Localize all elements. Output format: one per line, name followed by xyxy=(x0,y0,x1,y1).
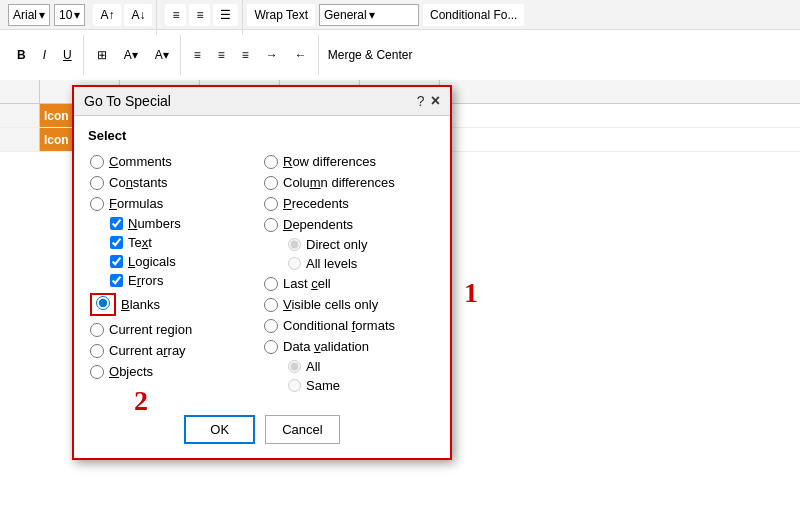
direct-only-label: Direct only xyxy=(306,237,367,252)
cancel-button[interactable]: Cancel xyxy=(265,415,339,444)
row-differences-label: Row differences xyxy=(283,154,376,169)
option-logicals[interactable]: Logicals xyxy=(88,252,262,271)
go-to-special-dialog: 1 Go To Special ? × Select Comments xyxy=(72,85,452,460)
option-precedents[interactable]: Precedents xyxy=(262,193,436,214)
option-same-validation[interactable]: Same xyxy=(262,376,436,395)
conditional-formats-label: Conditional formats xyxy=(283,318,395,333)
right-options-col: Row differences Column differences Prece… xyxy=(262,151,436,395)
same-validation-label: Same xyxy=(306,378,340,393)
option-column-differences[interactable]: Column differences xyxy=(262,172,436,193)
option-dependents[interactable]: Dependents xyxy=(262,214,436,235)
objects-label: Objects xyxy=(109,364,153,379)
option-all-levels[interactable]: All levels xyxy=(262,254,436,273)
ok-button[interactable]: OK xyxy=(184,415,255,444)
text-label: Text xyxy=(128,235,152,250)
formulas-label: Formulas xyxy=(109,196,163,211)
dialog-footer: 2 OK Cancel xyxy=(74,407,450,458)
dialog-help-icon[interactable]: ? xyxy=(417,93,425,109)
current-region-label: Current region xyxy=(109,322,192,337)
numbers-label: Numbers xyxy=(128,216,181,231)
all-levels-label: All levels xyxy=(306,256,357,271)
option-numbers[interactable]: Numbers xyxy=(88,214,262,233)
option-all-validation[interactable]: All xyxy=(262,357,436,376)
option-text[interactable]: Text xyxy=(88,233,262,252)
data-validation-label: Data validation xyxy=(283,339,369,354)
dialog-close-button[interactable]: × xyxy=(431,93,440,109)
option-comments[interactable]: Comments xyxy=(88,151,262,172)
precedents-label: Precedents xyxy=(283,196,349,211)
select-label: Select xyxy=(88,128,436,143)
constants-label: Constants xyxy=(109,175,168,190)
option-current-array[interactable]: Current array xyxy=(88,340,262,361)
column-differences-label: Column differences xyxy=(283,175,395,190)
blanks-box xyxy=(90,293,116,316)
all-validation-label: All xyxy=(306,359,320,374)
comments-label: Comments xyxy=(109,154,172,169)
option-visible-cells[interactable]: Visible cells only xyxy=(262,294,436,315)
step-badge-2: 2 xyxy=(134,385,148,417)
dialog-body: Select Comments Constants Formulas xyxy=(74,116,450,407)
dialog-title: Go To Special xyxy=(84,93,171,109)
option-conditional-formats[interactable]: Conditional formats xyxy=(262,315,436,336)
visible-cells-label: Visible cells only xyxy=(283,297,378,312)
dialog-titlebar: Go To Special ? × xyxy=(74,87,450,116)
option-data-validation[interactable]: Data validation xyxy=(262,336,436,357)
option-constants[interactable]: Constants xyxy=(88,172,262,193)
dependents-label: Dependents xyxy=(283,217,353,232)
logicals-label: Logicals xyxy=(128,254,176,269)
blanks-label: Blanks xyxy=(121,297,160,312)
option-row-differences[interactable]: Row differences xyxy=(262,151,436,172)
option-direct-only[interactable]: Direct only xyxy=(262,235,436,254)
option-current-region[interactable]: Current region xyxy=(88,319,262,340)
step-badge-1: 1 xyxy=(464,277,478,309)
left-options-col: Comments Constants Formulas Numbers xyxy=(88,151,262,395)
option-last-cell[interactable]: Last cell xyxy=(262,273,436,294)
errors-label: Errors xyxy=(128,273,163,288)
options-container: Comments Constants Formulas Numbers xyxy=(88,151,436,395)
dialog-controls: ? × xyxy=(417,93,440,109)
option-errors[interactable]: Errors xyxy=(88,271,262,290)
option-blanks[interactable]: Blanks xyxy=(88,290,262,319)
current-array-label: Current array xyxy=(109,343,186,358)
option-objects[interactable]: Objects xyxy=(88,361,262,382)
dialog-overlay: 1 Go To Special ? × Select Comments xyxy=(0,0,800,517)
option-formulas[interactable]: Formulas xyxy=(88,193,262,214)
last-cell-label: Last cell xyxy=(283,276,331,291)
